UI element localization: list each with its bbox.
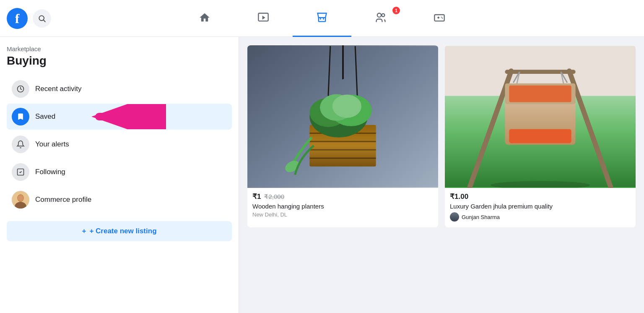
main-layout: Marketplace Buying Recent activity Saved [0, 37, 644, 313]
product-card-1[interactable]: ₹1 ₹2,000 Wooden hanging planters New De… [247, 45, 438, 227]
sidebar-item-following[interactable]: Following [7, 159, 232, 185]
product-info-1: ₹1 ₹2,000 Wooden hanging planters New De… [247, 188, 438, 224]
top-navigation: f [0, 0, 644, 37]
seller-info-2: Gunjan Sharma [450, 212, 631, 222]
bookmark-icon-container [12, 108, 29, 125]
following-label: Following [35, 168, 65, 176]
sidebar-item-saved[interactable]: Saved [7, 104, 232, 130]
product-grid: ₹1 ₹2,000 Wooden hanging planters New De… [239, 37, 644, 313]
bookmark-icon [16, 112, 25, 121]
nav-tab-gaming[interactable] [410, 0, 469, 37]
seller-name-2: Gunjan Sharma [462, 214, 500, 220]
recent-activity-label: Recent activity [35, 85, 82, 93]
swing-svg [445, 45, 636, 188]
nav-tabs: 1 [124, 0, 520, 37]
groups-badge: 1 [392, 7, 400, 14]
avatar-image [12, 191, 29, 209]
product-location-1: New Delhi, DL [252, 211, 433, 218]
sidebar-item-recent-activity[interactable]: Recent activity [7, 76, 232, 102]
product-card-2[interactable]: ₹1.00 Luxury Garden jhula premium qualit… [445, 45, 636, 227]
sidebar: Marketplace Buying Recent activity Saved [0, 37, 239, 313]
svg-rect-43 [509, 129, 571, 143]
play-icon [257, 12, 269, 23]
svg-rect-44 [509, 86, 571, 102]
facebook-logo: f [7, 8, 28, 29]
product-price-2: ₹1.00 [450, 192, 631, 201]
clock-icon-container [12, 80, 29, 98]
following-icon-container [12, 163, 29, 181]
clock-icon [16, 85, 25, 93]
saved-label: Saved [35, 112, 55, 121]
swing-image [445, 45, 636, 188]
home-icon [199, 12, 210, 23]
create-listing-plus: + [82, 227, 86, 235]
commerce-profile-label: Commerce profile [35, 196, 91, 204]
price-current-2: ₹1.00 [450, 192, 468, 201]
svg-point-32 [332, 95, 361, 118]
nav-tab-marketplace[interactable] [293, 0, 351, 37]
svg-point-17 [18, 195, 23, 201]
create-listing-button[interactable]: + + Create new listing [7, 221, 232, 241]
pink-arrow [91, 104, 166, 129]
user-avatar [12, 191, 29, 209]
product-price-1: ₹1 ₹2,000 [252, 192, 433, 201]
search-button[interactable] [33, 9, 51, 28]
nav-left: f [7, 8, 124, 29]
your-alerts-label: Your alerts [35, 140, 69, 149]
svg-point-10 [442, 18, 443, 18]
svg-point-5 [382, 14, 384, 17]
svg-point-4 [377, 13, 381, 17]
price-original-1: ₹2,000 [264, 193, 284, 201]
planter-svg [247, 45, 438, 188]
sidebar-section-title: Buying [7, 54, 232, 68]
product-name-2: Luxury Garden jhula premium quality [450, 203, 631, 210]
nav-tab-home[interactable] [175, 0, 234, 37]
search-icon [38, 14, 46, 23]
groups-icon [375, 12, 387, 23]
product-info-2: ₹1.00 Luxury Garden jhula premium qualit… [445, 188, 636, 227]
sidebar-item-commerce-profile[interactable]: Commerce profile [7, 187, 232, 213]
gaming-icon [434, 12, 445, 23]
svg-point-9 [441, 17, 442, 18]
svg-point-0 [39, 16, 44, 21]
product-name-1: Wooden hanging planters [252, 203, 433, 210]
nav-tab-watch[interactable] [234, 0, 293, 37]
svg-line-1 [44, 20, 46, 22]
sidebar-section-label: Marketplace [7, 45, 232, 52]
sidebar-item-your-alerts[interactable]: Your alerts [7, 131, 232, 157]
bell-icon [16, 140, 25, 149]
bell-icon-container [12, 136, 29, 153]
create-listing-label: + Create new listing [89, 227, 156, 235]
marketplace-icon [316, 12, 328, 23]
svg-marker-3 [262, 16, 265, 19]
nav-tab-groups[interactable]: 1 [351, 0, 410, 37]
price-current-1: ₹1 [252, 192, 261, 201]
planter-image [247, 45, 438, 188]
check-square-icon [16, 168, 25, 176]
seller-avatar-2 [450, 212, 459, 222]
